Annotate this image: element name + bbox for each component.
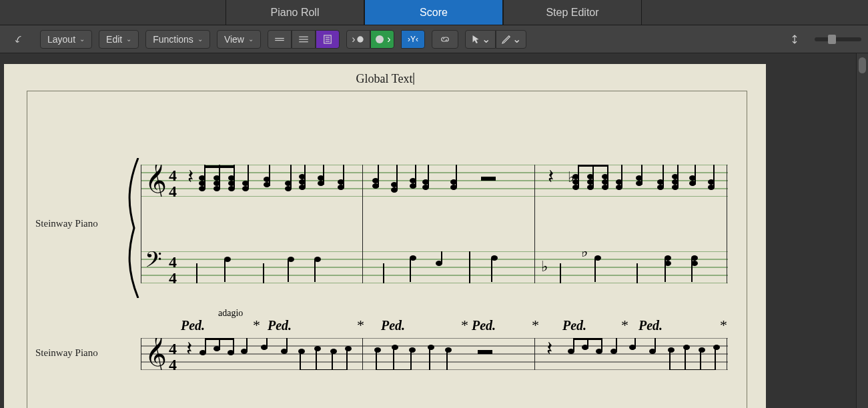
slider-knob[interactable] <box>828 35 836 44</box>
svg-point-41 <box>242 186 249 191</box>
global-text-field[interactable]: Global Text <box>356 72 414 86</box>
svg-point-226 <box>683 345 690 350</box>
svg-text:𝄞: 𝄞 <box>145 165 167 197</box>
svg-text:4: 4 <box>169 340 177 357</box>
vertical-zoom-button[interactable] <box>781 30 808 49</box>
zoom-slider[interactable] <box>815 37 861 41</box>
tab-piano-roll[interactable]: Piano Roll <box>226 0 364 25</box>
svg-point-43 <box>264 182 270 187</box>
score-toolbar: Layout⌄ Edit⌄ Functions⌄ View⌄ › › ›Y‹ ⌄… <box>0 25 868 53</box>
midi-in-group: ›Y‹ <box>401 30 425 49</box>
svg-point-97 <box>616 179 622 185</box>
tab-score[interactable]: Score <box>364 0 503 25</box>
svg-point-54 <box>318 181 324 186</box>
svg-rect-155 <box>691 258 693 282</box>
svg-point-90 <box>602 179 608 185</box>
svg-rect-75 <box>481 177 496 181</box>
linear-view-button[interactable] <box>268 30 292 49</box>
svg-rect-195 <box>429 347 430 370</box>
svg-rect-222 <box>685 347 686 370</box>
scrollbar-thumb[interactable] <box>859 57 866 73</box>
svg-text:𝄢: 𝄢 <box>145 251 162 277</box>
svg-point-96 <box>616 185 622 190</box>
tabbar-spacer <box>642 0 868 25</box>
svg-point-199 <box>409 347 416 353</box>
barline <box>727 338 727 370</box>
svg-point-31 <box>213 186 220 191</box>
svg-point-200 <box>428 345 434 350</box>
pencil-tool-button[interactable]: ⌄ <box>496 30 526 49</box>
svg-point-11 <box>378 37 379 39</box>
tempo-marking[interactable]: adagio <box>218 308 243 319</box>
functions-menu[interactable]: Functions⌄ <box>145 30 210 49</box>
midi-in-button[interactable]: ›Y‹ <box>401 30 425 49</box>
view-menu[interactable]: View⌄ <box>217 30 261 49</box>
svg-point-28 <box>199 186 205 191</box>
back-arrow-button[interactable] <box>7 30 33 49</box>
svg-point-44 <box>264 177 270 182</box>
vertical-scrollbar[interactable] <box>856 53 868 408</box>
svg-rect-122 <box>196 263 197 283</box>
chevron-down-icon: ⌄ <box>126 35 131 43</box>
page-view-button[interactable] <box>316 30 340 49</box>
text-cursor <box>413 73 414 85</box>
svg-text:♭: ♭ <box>581 251 588 260</box>
chevron-down-icon: ⌄ <box>248 35 254 43</box>
link-button[interactable] <box>432 30 458 49</box>
svg-point-67 <box>410 178 416 183</box>
bass-staff[interactable]: 𝄢 4 4 <box>141 251 728 283</box>
pointer-icon <box>470 33 482 45</box>
svg-point-52 <box>299 179 306 185</box>
chevron-down-icon: ⌄ <box>79 35 85 43</box>
wrapped-view-button[interactable] <box>292 30 316 49</box>
svg-point-109 <box>689 181 696 186</box>
barline <box>141 338 141 370</box>
svg-rect-184 <box>332 351 333 370</box>
svg-text:𝄞: 𝄞 <box>145 338 167 370</box>
svg-point-101 <box>657 179 664 185</box>
pointer-tool-button[interactable]: ⌄ <box>465 30 496 49</box>
score-page[interactable]: Global Text 1 Steinway Piano 𝄞 4 <box>4 64 766 408</box>
palette-icon <box>374 33 386 45</box>
page-scroll-area[interactable]: Global Text 1 Steinway Piano 𝄞 4 <box>0 53 856 408</box>
svg-point-46 <box>285 181 292 186</box>
svg-text:𝄽: 𝄽 <box>547 342 552 355</box>
svg-point-111 <box>708 185 715 190</box>
functions-label: Functions <box>153 34 193 45</box>
svg-point-73 <box>450 185 457 190</box>
svg-point-30 <box>199 175 205 181</box>
lines-icon <box>274 33 286 45</box>
midi-in-icon: ›Y‹ <box>408 35 418 44</box>
svg-point-85 <box>572 174 579 179</box>
barline <box>727 165 727 283</box>
color-active-button[interactable]: › <box>370 30 394 49</box>
treble-staff[interactable]: 𝄞 4 4 𝄽 <box>141 165 728 197</box>
tabbar-spacer <box>0 0 226 25</box>
svg-text:4: 4 <box>169 269 177 283</box>
layout-menu[interactable]: Layout⌄ <box>40 30 92 49</box>
treble-staff-2[interactable]: 𝄞 4 4 𝄽 <box>141 338 728 370</box>
svg-rect-196 <box>446 350 448 370</box>
svg-point-227 <box>699 347 705 353</box>
svg-rect-128 <box>288 259 289 282</box>
svg-point-100 <box>657 185 664 190</box>
svg-point-33 <box>213 175 220 181</box>
edit-label: Edit <box>106 34 122 45</box>
system-1: Steinway Piano 𝄞 4 4 𝄽 <box>27 158 747 311</box>
svg-rect-137 <box>469 251 470 283</box>
edit-menu[interactable]: Edit⌄ <box>99 30 139 49</box>
color-prev-button[interactable]: › <box>346 30 370 49</box>
svg-point-107 <box>672 179 679 185</box>
svg-point-66 <box>410 183 416 189</box>
svg-rect-220 <box>669 369 716 370</box>
layout-label: Layout <box>47 34 75 45</box>
svg-point-34 <box>228 186 235 191</box>
page-margins: Steinway Piano 𝄞 4 4 𝄽 <box>27 91 747 408</box>
svg-point-106 <box>672 185 679 190</box>
svg-rect-185 <box>346 349 348 370</box>
svg-point-171 <box>213 346 220 351</box>
svg-rect-183 <box>316 349 317 370</box>
svg-point-91 <box>602 174 608 179</box>
tab-step-editor[interactable]: Step Editor <box>503 0 642 25</box>
svg-point-201 <box>445 347 452 353</box>
